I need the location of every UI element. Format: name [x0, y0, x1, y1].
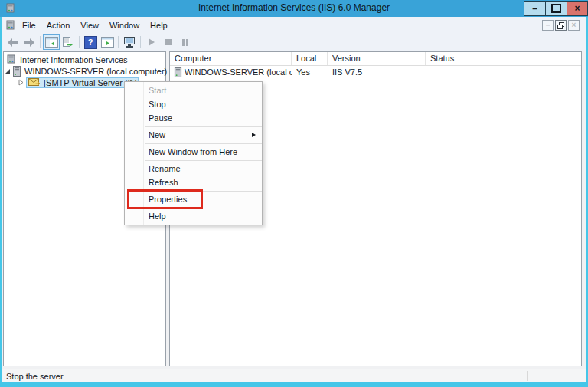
smtp-envelope-icon: [28, 78, 41, 87]
play-icon: [149, 38, 155, 46]
stop-item-button[interactable]: [160, 34, 177, 50]
start-item-button[interactable]: [143, 34, 160, 50]
column-header-computer[interactable]: Computer: [170, 52, 292, 65]
column-header-status[interactable]: Status: [426, 52, 554, 65]
list-row-windows-server[interactable]: WINDOWS-SERVER (local comp... Yes IIS V7…: [170, 66, 581, 78]
cell-local: Yes: [292, 67, 328, 77]
context-menu-new-window-from-here[interactable]: New Window from Here: [125, 145, 262, 159]
toolbar: ?: [2, 34, 586, 51]
close-icon: ×: [574, 3, 580, 14]
mdi-minimize-icon: –: [546, 21, 550, 29]
console-icon: [5, 19, 17, 31]
action-pane-icon: [101, 37, 114, 48]
show-action-pane-button[interactable]: [99, 34, 116, 50]
statusbar: Stop the server: [2, 369, 586, 382]
statusbar-divider: [443, 371, 443, 381]
menu-window[interactable]: Window: [104, 18, 145, 32]
column-header-local[interactable]: Local: [292, 52, 328, 65]
column-header-version[interactable]: Version: [328, 52, 426, 65]
context-menu-separator: [145, 126, 262, 127]
titlebar[interactable]: Internet Information Services (IIS) 6.0 …: [0, 0, 588, 17]
toolbar-separator: [140, 36, 141, 48]
connect-computer-button[interactable]: [121, 34, 138, 50]
expander-collapsed-icon[interactable]: [17, 79, 24, 87]
server-icon: [174, 67, 182, 77]
pause-icon: [182, 39, 188, 46]
computer-icon: [122, 36, 136, 48]
mdi-restore-icon: [557, 22, 564, 29]
context-menu-help[interactable]: Help: [125, 209, 262, 223]
window-title: Internet Information Services (IIS) 6.0 …: [0, 2, 588, 13]
status-text: Stop the server: [6, 372, 64, 381]
menu-view[interactable]: View: [75, 18, 104, 32]
cell-computer: WINDOWS-SERVER (local comp...: [185, 67, 292, 77]
server-icon: [12, 66, 21, 77]
menubar: File Action View Window Help – ×: [2, 17, 586, 34]
highlight-box: [127, 189, 203, 209]
tree-selection[interactable]: [SMTP Virtual Server #1]: [26, 77, 139, 88]
context-menu-new[interactable]: New: [125, 128, 262, 142]
tree-item-iis-root[interactable]: Internet Information Services: [4, 54, 165, 65]
context-menu-rename[interactable]: Rename: [125, 162, 262, 175]
context-menu-stop[interactable]: Stop: [125, 97, 262, 111]
minimize-button[interactable]: –: [524, 1, 546, 16]
column-header-filler: [554, 52, 581, 65]
forward-arrow-icon: [24, 38, 35, 48]
expander-expanded-icon[interactable]: [4, 67, 11, 74]
close-button[interactable]: ×: [567, 1, 588, 16]
console-tree-icon: [45, 37, 58, 48]
tree-item-label: [SMTP Virtual Server #1]: [44, 78, 136, 87]
back-arrow-icon: [7, 38, 18, 48]
toolbar-separator: [40, 36, 41, 48]
context-menu-refresh[interactable]: Refresh: [125, 175, 262, 189]
menu-help[interactable]: Help: [145, 18, 173, 32]
mdi-restore-button[interactable]: [555, 20, 567, 31]
toolbar-separator: [79, 36, 80, 48]
menu-action[interactable]: Action: [41, 18, 76, 32]
menu-file[interactable]: File: [17, 18, 41, 32]
help-icon: ?: [84, 36, 97, 49]
mdi-window-controls: – ×: [542, 20, 580, 31]
context-menu-pause[interactable]: Pause: [125, 111, 262, 125]
maximize-icon: [551, 4, 561, 13]
export-list-icon: [62, 37, 74, 48]
mdi-minimize-button[interactable]: –: [542, 20, 554, 31]
stop-icon: [165, 39, 172, 45]
help-button[interactable]: ?: [82, 34, 99, 50]
pause-item-button[interactable]: [177, 34, 194, 50]
iis-root-icon: [6, 54, 17, 64]
mdi-close-button[interactable]: ×: [568, 20, 580, 31]
client-area: Internet Information Services WINDOWS-SE…: [2, 51, 586, 369]
toolbar-separator: [118, 36, 119, 48]
context-menu-start: Start: [125, 84, 262, 97]
back-button[interactable]: [4, 34, 21, 50]
app-body: File Action View Window Help – × ?: [2, 17, 586, 382]
maximize-button[interactable]: [545, 1, 567, 16]
context-menu-separator: [145, 143, 262, 144]
tree-item-windows-server[interactable]: WINDOWS-SERVER (local computer): [4, 65, 165, 77]
statusbar-divider: [527, 371, 528, 381]
list-header: Computer Local Version Status: [170, 52, 581, 66]
mdi-close-icon: ×: [572, 21, 577, 29]
tree-item-label: Internet Information Services: [20, 55, 128, 64]
forward-button[interactable]: [21, 34, 38, 50]
tree-item-label: WINDOWS-SERVER (local computer): [24, 67, 167, 76]
export-list-button[interactable]: [60, 34, 77, 50]
cell-version: IIS V7.5: [328, 67, 426, 77]
submenu-arrow-icon: [252, 133, 256, 137]
context-menu-separator: [145, 160, 262, 161]
show-console-tree-button[interactable]: [43, 34, 60, 50]
minimize-icon: –: [532, 3, 537, 14]
